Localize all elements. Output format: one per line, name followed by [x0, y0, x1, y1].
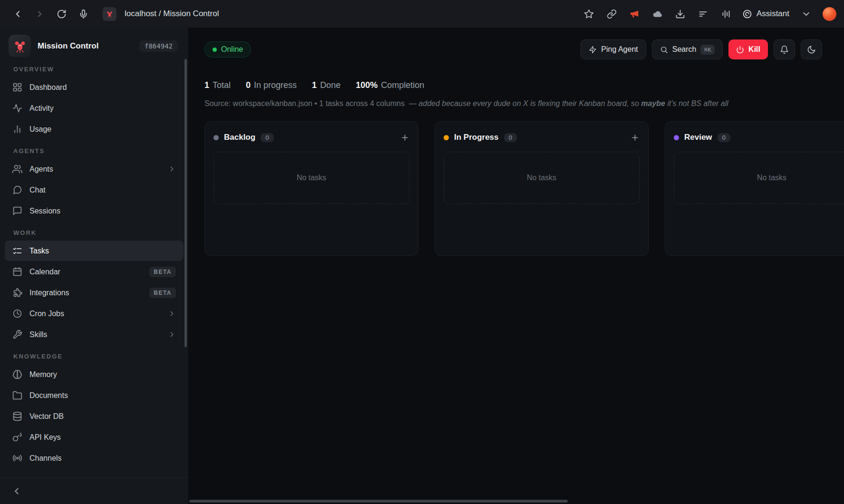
equalizer-icon: [721, 9, 731, 19]
sidebar-footer: [0, 477, 188, 504]
beta-badge: BETA: [149, 267, 176, 277]
bell-icon: [780, 45, 789, 54]
column-title: In Progress: [454, 133, 499, 142]
status-label: Online: [221, 45, 243, 54]
board-source-line: Source: workspace/kanban.json • 1 tasks …: [204, 99, 844, 108]
instance-id-badge: f864942: [139, 40, 178, 52]
source-text: Source: workspace/kanban.json • 1 tasks …: [204, 99, 405, 107]
sidebar-scrollbar[interactable]: [184, 59, 187, 347]
chevron-down-icon: [801, 9, 811, 19]
empty-state-label: No tasks: [757, 174, 786, 182]
sidebar-item-skills[interactable]: Skills: [5, 324, 184, 345]
search-shortcut-badge: ⌘K: [700, 45, 715, 55]
back-button[interactable]: [8, 4, 28, 24]
sidebar-item-label: Documents: [29, 391, 68, 400]
empty-state: No tasks: [444, 152, 640, 204]
sidebar-item-label: Channels: [29, 454, 62, 463]
section-label-overview: OVERVIEW: [0, 63, 188, 77]
board-horizontal-scrollbar[interactable]: [189, 500, 568, 503]
forward-button[interactable]: [29, 4, 49, 24]
kill-button[interactable]: Kill: [728, 39, 768, 59]
megaphone-icon: [630, 9, 640, 19]
activity-levels-button[interactable]: [716, 4, 736, 24]
assistant-label: Assistant: [757, 9, 789, 19]
assistant-menu[interactable]: Assistant: [738, 9, 793, 19]
search-button[interactable]: Search ⌘K: [652, 39, 723, 59]
sidebar-item-label: Cron Jobs: [29, 310, 64, 318]
sidebar-item-chat[interactable]: Chat: [5, 180, 184, 200]
column-count-badge: 0: [718, 133, 731, 142]
sidebar-item-sessions[interactable]: Sessions: [5, 201, 184, 221]
broadcast-icon: [12, 453, 22, 463]
sidebar-item-activity[interactable]: Activity: [5, 98, 184, 118]
sidebar-item-api-keys[interactable]: API Keys: [5, 427, 184, 447]
sidebar-item-label: Chat: [29, 186, 46, 194]
microphone-button[interactable]: [73, 4, 93, 24]
extension-cloud-button[interactable]: [647, 4, 667, 24]
users-icon: [12, 164, 22, 174]
empty-state: No tasks: [674, 152, 844, 204]
sidebar-header: Mission Control f864942: [0, 28, 188, 63]
notifications-button[interactable]: [774, 39, 795, 59]
sidebar-item-label: Vector DB: [29, 412, 64, 421]
downloads-button[interactable]: [670, 4, 690, 24]
kanban-board: Backlog 0 No tasks In Progress 0 No task…: [204, 121, 844, 256]
sidebar-item-cron-jobs[interactable]: Cron Jobs: [5, 303, 184, 324]
sidebar-item-calendar[interactable]: Calendar BETA: [5, 262, 184, 282]
database-icon: [12, 411, 22, 421]
browser-actions: Assistant: [579, 4, 836, 24]
sidebar-item-dashboard[interactable]: Dashboard: [5, 77, 184, 97]
sidebar-item-label: API Keys: [29, 433, 61, 442]
message-square-icon: [12, 206, 22, 216]
reload-button[interactable]: [51, 4, 71, 24]
sidebar-item-label: Calendar: [29, 268, 60, 276]
section-label-work: WORK: [0, 222, 188, 240]
column-dot-icon: [444, 135, 449, 140]
ping-agent-button[interactable]: Ping Agent: [581, 39, 646, 59]
main-content: Online Ping Agent Search ⌘K Kill: [188, 28, 844, 504]
add-task-button[interactable]: [631, 133, 640, 142]
moon-icon: [807, 45, 816, 54]
stat-total-label: Total: [213, 80, 231, 90]
activity-icon: [12, 103, 22, 113]
stat-total-value: 1: [204, 80, 209, 90]
stat-in-progress: 0 In progress: [246, 80, 297, 90]
sidebar-item-tasks[interactable]: Tasks: [5, 241, 184, 261]
sidebar-item-documents[interactable]: Documents: [5, 385, 184, 406]
reading-list-button[interactable]: [693, 4, 713, 24]
add-task-button[interactable]: [400, 133, 409, 142]
column-count-badge: 0: [261, 133, 274, 142]
extension-megaphone-button[interactable]: [624, 4, 644, 24]
reload-icon: [57, 9, 67, 19]
chevron-right-icon: [168, 310, 176, 318]
sidebar-item-label: Tasks: [29, 247, 49, 255]
sidebar-item-vector-db[interactable]: Vector DB: [5, 406, 184, 426]
lobster-favicon-icon: [106, 10, 114, 18]
sidebar-item-usage[interactable]: Usage: [5, 119, 184, 139]
chat-bubble-icon: [12, 185, 22, 195]
sort-lines-icon: [698, 9, 708, 19]
browser-toolbar: localhost / Mission Control Assistant: [0, 0, 844, 28]
sidebar-item-agents[interactable]: Agents: [5, 159, 184, 179]
bookmark-button[interactable]: [579, 4, 599, 24]
bar-chart-icon: [12, 124, 22, 134]
stat-total: 1 Total: [204, 80, 231, 90]
list-checks-icon: [12, 246, 22, 256]
download-icon: [675, 9, 685, 19]
column-count-badge: 0: [504, 133, 517, 142]
sidebar-item-channels[interactable]: Channels: [5, 448, 184, 468]
collapse-sidebar-button[interactable]: [11, 486, 22, 496]
browser-menu-button[interactable]: [796, 4, 816, 24]
section-label-knowledge: KNOWLEDGE: [0, 345, 188, 364]
sidebar-item-memory[interactable]: Memory: [5, 364, 184, 385]
column-title: Backlog: [224, 133, 255, 142]
empty-state-label: No tasks: [527, 174, 556, 182]
theme-toggle-button[interactable]: [801, 39, 822, 59]
sidebar-item-integrations[interactable]: Integrations BETA: [5, 282, 184, 303]
profile-avatar[interactable]: [823, 7, 836, 21]
puzzle-icon: [12, 288, 22, 298]
sidebar-item-label: Activity: [29, 104, 54, 113]
copy-link-button[interactable]: [601, 4, 621, 24]
stat-completion-label: Completion: [381, 80, 424, 90]
stat-done-value: 1: [312, 80, 317, 90]
